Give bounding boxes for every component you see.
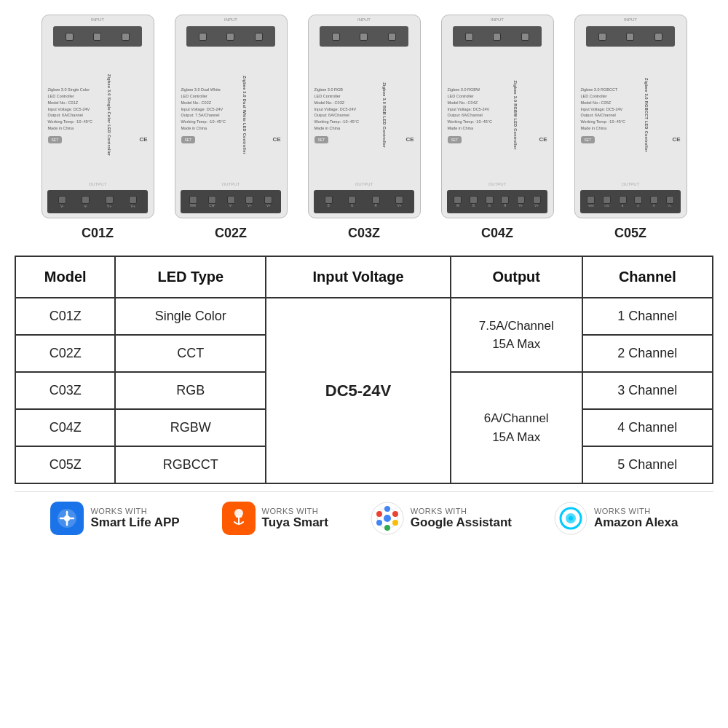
cell-output-group1: 7.5A/Channel 15A Max [451,298,582,372]
cell-voltage-merged: DC5-24V [266,298,451,483]
svg-point-1 [64,515,70,521]
cell-channel-c03z: 3 Channel [582,372,713,409]
cell-led-c02z: CCT [115,335,266,372]
svg-point-4 [234,509,243,518]
table-header-row: Model LED Type Input Voltage Output Chan… [15,256,713,298]
cell-channel-c01z: 1 Channel [582,298,713,335]
cell-model-c02z: C02Z [15,335,115,372]
screw [66,33,74,41]
col-header-output: Output [451,256,582,298]
works-tuya: T WORKS WITH Tuya Smart [221,501,328,536]
product-label-c03z: C03Z [348,226,380,241]
cell-led-c05z: RGBCCT [115,446,266,483]
smartlife-icon [50,501,84,536]
output-terminals-c04z: W B G R V+ V+ [447,190,547,213]
specs-table: Model LED Type Input Voltage Output Chan… [15,256,713,484]
svg-point-13 [384,515,391,522]
svg-point-9 [392,520,398,526]
col-header-channel: Channel [582,256,713,298]
controller-image-c05z: INPUT Zigbee 3.0 RGBCCT LED Controller M… [574,15,687,218]
table-row: C01Z Single Color DC5-24V 7.5A/Channel 1… [15,298,713,335]
product-label-c04z: C04Z [481,226,513,241]
product-c04z: INPUT Zigbee 3.0 RGBW LED Controller Mod… [434,15,561,241]
col-header-model: Model [15,256,115,298]
google-assistant-icon [370,501,405,536]
tuya-works-with-label: WORKS WITH [262,507,328,515]
controller-image-c02z: INPUT Zigbee 3.0 Dual White LED Controll… [175,15,288,218]
svg-point-11 [376,520,382,526]
svg-point-7 [384,506,390,512]
product-c01z: INPUT Zigbee 3.0 Single Color LED Contro… [34,15,162,241]
cell-led-c04z: RGBW [115,409,266,446]
smartlife-works-with-label: WORKS WITH [90,507,179,515]
set-button-c01z: SET [48,136,63,143]
input-terminals-c03z [320,26,408,47]
cell-led-c01z: Single Color [115,298,266,335]
card-body-c02z: Zigbee 3.0 Dual White LED Controller Mod… [175,48,287,182]
cell-led-c03z: RGB [115,372,266,409]
svg-point-8 [392,511,398,517]
col-header-led-type: LED Type [115,256,266,298]
screw [93,33,101,41]
svg-point-10 [384,525,390,531]
svg-point-12 [376,511,382,517]
tuya-name: Tuya Smart [262,515,328,530]
input-terminals-c05z [586,26,675,47]
output-terminals-c01z: V- V- V+ V+ [47,190,148,213]
product-c02z: INPUT Zigbee 3.0 Dual White LED Controll… [167,15,295,241]
controller-image-c03z: INPUT Zigbee 3.0 RGB LED Controller Mode… [308,15,421,218]
cell-model-c05z: C05Z [15,446,115,483]
alexa-icon [553,501,588,536]
alexa-name: Amazon Alexa [594,515,678,530]
output-terminals-c05z: WW CW B G R V+ [580,190,681,213]
alexa-works-with-label: WORKS WITH [594,507,678,515]
product-label-c01z: C01Z [82,226,114,241]
products-section: INPUT Zigbee 3.0 Single Color LED Contro… [0,0,728,248]
controller-image-c01z: INPUT Zigbee 3.0 Single Color LED Contro… [41,15,154,218]
card-body-c05z: Zigbee 3.0 RGBCCT LED Controller Model N… [575,48,687,182]
output-terminals-c02z: WW CW V- V+ V+ [181,190,281,213]
input-terminals-c04z [453,26,542,47]
smartlife-name: Smart Life APP [90,515,179,530]
works-alexa: WORKS WITH Amazon Alexa [553,501,678,536]
cell-output-group2: 6A/Channel 15A Max [451,372,582,483]
cell-model-c04z: C04Z [15,409,115,446]
product-c05z: INPUT Zigbee 3.0 RGBCCT LED Controller M… [567,15,695,241]
product-label-c05z: C05Z [614,226,646,241]
product-c03z: INPUT Zigbee 3.0 RGB LED Controller Mode… [301,15,428,241]
card-body-c03z: Zigbee 3.0 RGB LED Controller Model No.:… [309,48,420,182]
input-terminals-c01z [53,26,142,47]
svg-point-17 [569,516,573,521]
product-label-c02z: C02Z [215,226,247,241]
cell-model-c03z: C03Z [15,372,115,409]
controller-image-c04z: INPUT Zigbee 3.0 RGBW LED Controller Mod… [441,15,554,218]
cell-channel-c02z: 2 Channel [582,335,713,372]
output-terminals-c03z: B G R V+ [314,190,414,213]
screw [122,33,130,41]
works-smartlife: WORKS WITH Smart Life APP [50,501,179,536]
input-terminals-c02z [186,26,275,47]
works-google: WORKS WITH Google Assistant [370,501,512,536]
compatibility-bar: WORKS WITH Smart Life APP T WORKS WITH T… [15,491,713,545]
card-body-c01z: Zigbee 3.0 Single Color LED Controller M… [42,48,154,182]
cell-model-c01z: C01Z [15,298,115,335]
card-body-c04z: Zigbee 3.0 RGBW LED Controller Model No.… [442,48,553,182]
cell-channel-c05z: 5 Channel [582,446,713,483]
specs-table-section: Model LED Type Input Voltage Output Chan… [0,248,728,491]
cell-channel-c04z: 4 Channel [582,409,713,446]
google-works-with-label: WORKS WITH [411,507,512,515]
zigbee-label-c01z: Zigbee 3.0 Single Color LED Controller [107,74,111,157]
google-name: Google Assistant [411,515,512,530]
tuya-icon: T [221,501,256,536]
col-header-voltage: Input Voltage [266,256,451,298]
